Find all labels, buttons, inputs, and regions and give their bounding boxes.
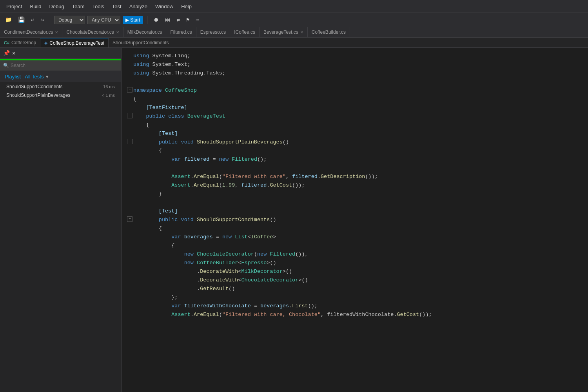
menu-team[interactable]: Team	[69, 2, 88, 11]
tab2-label: CoffeeShop	[11, 40, 36, 45]
test-item-condiments[interactable]: ShouldSupportCondiments 16 ms	[0, 82, 121, 91]
tab-close-icon[interactable]: ✕	[55, 30, 58, 34]
menu-debug[interactable]: Debug	[46, 2, 67, 11]
tab-icoffee[interactable]: ICoffee.cs	[230, 27, 260, 37]
line-content: }	[133, 190, 588, 198]
playlist-label[interactable]: Playlist : All Tests ▾	[0, 71, 121, 82]
code-line: Assert.AreEqual("Filtered with care, Cho…	[122, 310, 588, 319]
toolbar-more-icon[interactable]: ⋯	[194, 16, 201, 24]
tab-label: CoffeeBuilder.cs	[312, 29, 346, 35]
config-select[interactable]: Debug Release	[54, 16, 85, 24]
code-line: − public void ShouldSupportPlainBeverage…	[122, 138, 588, 147]
code-line: var filteredWithChocolate = beverages.Fi…	[122, 302, 588, 310]
code-line: {	[122, 147, 588, 155]
code-line	[122, 164, 588, 172]
tab-close-icon[interactable]: ✕	[300, 30, 303, 34]
tab-espresso[interactable]: Espresso.cs	[196, 27, 230, 37]
close-panel-icon[interactable]: ✕	[12, 50, 15, 56]
code-line: {	[122, 121, 588, 129]
line-content: public void ShouldSupportPlainBeverages(…	[133, 138, 588, 147]
line-content: {	[133, 147, 588, 155]
toolbar-flag-icon[interactable]: ⚑	[184, 16, 191, 24]
tab-bar-row1: CondimentDecorator.cs ✕ ChocolateDecorat…	[0, 27, 588, 38]
code-line: using System.Linq;	[122, 52, 588, 60]
tab-bar-row2: C# CoffeeShop ◈ CoffeeShop.BeverageTest …	[0, 38, 588, 48]
toolbar-redo-icon[interactable]: ↪	[38, 16, 45, 24]
code-line: };	[122, 293, 588, 302]
code-line: var beverages = new List<ICoffee>	[122, 233, 588, 241]
pin-icon[interactable]: 📌	[3, 50, 10, 56]
tab-label: BeverageTest.cs	[263, 29, 298, 35]
code-line: [Test]	[122, 129, 588, 138]
test-time: < 1 ms	[102, 93, 115, 98]
line-content: .DecorateWith<ChocolateDecorator>()	[133, 276, 588, 285]
tab-chocolate-decorator[interactable]: ChocolateDecorator.cs ✕	[62, 27, 123, 37]
line-content: {	[133, 224, 588, 233]
tab2-should-support[interactable]: ShouldSupportCondiments	[109, 38, 173, 47]
tab2-coffeeshop[interactable]: C# CoffeeShop	[0, 38, 40, 47]
code-line: [Test]	[122, 207, 588, 216]
code-line: − public void ShouldSupportCondiments()	[122, 216, 588, 224]
code-line: − namespace CoffeeShop	[122, 86, 588, 95]
toolbar-step-icon[interactable]: ⏭	[163, 16, 172, 24]
toolbar-nav-icon[interactable]: ⇄	[175, 16, 182, 24]
line-content: .DecorateWith<MilkDecorator>()	[133, 267, 588, 276]
line-content: public class BeverageTest	[133, 112, 588, 121]
toolbar-sep1	[50, 16, 50, 24]
line-content	[133, 78, 588, 86]
line-content: namespace CoffeeShop	[133, 86, 588, 95]
toolbar-attach-icon[interactable]: ⏺	[151, 16, 161, 24]
menu-tools[interactable]: Tools	[89, 2, 107, 11]
menu-build[interactable]: Build	[27, 2, 44, 11]
code-line: }	[122, 190, 588, 198]
tab-milk-decorator[interactable]: MilkDecorator.cs	[123, 27, 167, 37]
tab2-label: ShouldSupportCondiments	[113, 40, 169, 45]
menu-window[interactable]: Window	[152, 2, 176, 11]
tab2-beverage-test[interactable]: ◈ CoffeeShop.BeverageTest	[40, 38, 109, 47]
platform-select[interactable]: Any CPU x86 x64	[87, 16, 120, 24]
collapse-method2-btn[interactable]: −	[127, 216, 133, 223]
tab-label: ChocolateDecorator.cs	[66, 29, 114, 35]
tab-label: MilkDecorator.cs	[127, 29, 162, 35]
tab-coffee-builder[interactable]: CoffeeBuilder.cs	[308, 27, 350, 37]
menu-project[interactable]: Project	[3, 2, 25, 11]
code-line: [TestFixture]	[122, 103, 588, 112]
playlist-dropdown-icon[interactable]: ▾	[46, 74, 49, 80]
menu-analyze[interactable]: Analyze	[126, 2, 151, 11]
line-content: {	[133, 241, 588, 250]
tab-condiment-decorator[interactable]: CondimentDecorator.cs ✕	[0, 27, 62, 37]
tab-label: Filtered.cs	[170, 29, 192, 35]
code-line	[122, 198, 588, 207]
line-content: public void ShouldSupportCondiments()	[133, 216, 588, 224]
line-content: new ChocolateDecorator(new Filtered()),	[133, 250, 588, 259]
test-name: ShouldSupportPlainBeverages	[6, 93, 70, 98]
toolbar-sep2	[147, 16, 147, 24]
tab-filtered[interactable]: Filtered.cs	[166, 27, 196, 37]
toolbar-undo-icon[interactable]: ↩	[29, 16, 36, 24]
collapse-method-btn[interactable]: −	[127, 138, 133, 145]
tab-label: CondimentDecorator.cs	[4, 29, 53, 35]
tab-close-icon[interactable]: ✕	[116, 30, 119, 34]
code-editor[interactable]: using System.Linq; using System.Text; us…	[122, 48, 588, 392]
code-line: {	[122, 241, 588, 250]
code-line: .DecorateWith<ChocolateDecorator>()	[122, 276, 588, 285]
toolbar-save-icon[interactable]: 💾	[16, 16, 27, 24]
playlist-text: Playlist : All Tests	[5, 74, 44, 80]
tab-beverage-test[interactable]: BeverageTest.cs ✕	[260, 27, 308, 37]
tab-label: Espresso.cs	[200, 29, 226, 35]
menu-bar: Project Build Debug Team Tools Test Anal…	[0, 0, 588, 13]
line-content: [Test]	[133, 129, 588, 138]
test-item-plain-beverages[interactable]: ShouldSupportPlainBeverages < 1 ms	[0, 91, 121, 100]
menu-test[interactable]: Test	[109, 2, 125, 11]
search-input[interactable]	[11, 63, 118, 68]
line-content: Assert.AreEqual("Filtered with care, Cho…	[133, 310, 588, 319]
start-button[interactable]: ▶ Start	[123, 16, 143, 24]
menu-help[interactable]: Help	[178, 2, 195, 11]
line-content	[133, 198, 588, 207]
code-line: Assert.AreEqual("Filtered with care", fi…	[122, 172, 588, 181]
collapse-class-btn[interactable]: −	[127, 112, 133, 119]
collapse-namespace-btn[interactable]: −	[127, 86, 133, 93]
code-line: Assert.AreEqual(1.99, filtered.GetCost()…	[122, 181, 588, 190]
toolbar-new-icon[interactable]: 📁	[3, 16, 14, 24]
line-content: [TestFixture]	[133, 103, 588, 112]
